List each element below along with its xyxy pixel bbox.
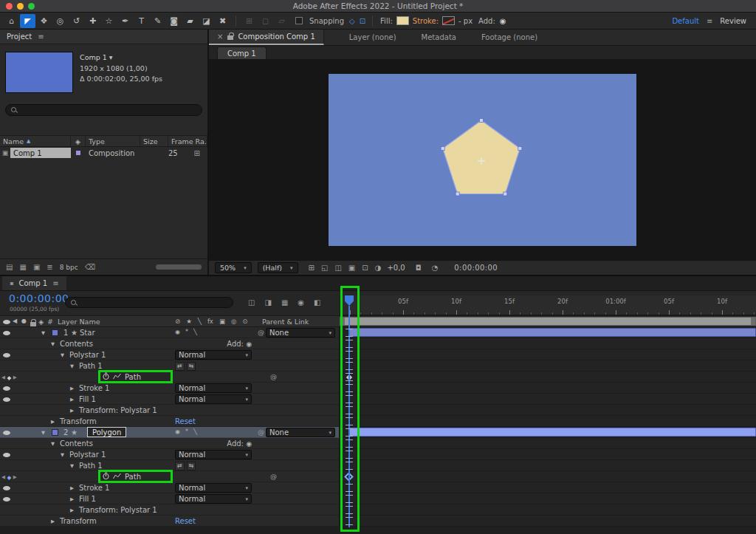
graph-editor-set-icon[interactable] bbox=[113, 373, 121, 381]
new-composition-icon[interactable]: ▣ bbox=[33, 263, 40, 271]
exposure-value[interactable]: +0,0 bbox=[387, 264, 405, 272]
stopwatch-icon[interactable] bbox=[103, 472, 109, 482]
twirl-open-icon[interactable]: ▼ bbox=[61, 452, 64, 458]
blend-mode-select[interactable]: Normal▾ bbox=[175, 383, 252, 393]
row-track[interactable] bbox=[340, 416, 756, 427]
interpret-footage-icon[interactable]: ▤ bbox=[6, 263, 13, 271]
trash-icon[interactable]: ⌫ bbox=[85, 263, 95, 271]
audio-column-icon[interactable]: ◀ bbox=[13, 318, 17, 324]
snap-option-1-icon[interactable]: ◇ bbox=[349, 17, 355, 25]
workspace-review-tab[interactable]: Review bbox=[720, 17, 746, 25]
path-direction-icon[interactable]: ⇄ bbox=[175, 462, 185, 470]
twirl-closed-icon[interactable]: ▶ bbox=[70, 408, 74, 414]
row-track[interactable] bbox=[340, 482, 756, 493]
path-direction-icon[interactable]: ⇆ bbox=[187, 462, 196, 470]
draft-3d-icon[interactable]: ◨ bbox=[264, 298, 271, 307]
number-column[interactable]: # bbox=[47, 318, 53, 326]
add-circle-icon[interactable]: ◉ bbox=[246, 340, 252, 348]
timeline-row-path[interactable]: ◀◆▶Path@ bbox=[0, 372, 756, 383]
timeline-row-transform-polystar-1[interactable]: ▶Transform: Polystar 1 bbox=[0, 504, 756, 516]
next-keyframe-icon[interactable]: ▶ bbox=[13, 374, 17, 380]
layer-color-swatch[interactable] bbox=[52, 329, 58, 336]
row-label[interactable]: Fill 1 bbox=[79, 395, 96, 403]
layer-duration-bar[interactable] bbox=[349, 428, 756, 437]
minimize-window-button[interactable] bbox=[17, 3, 24, 10]
layer-switch-icon[interactable]: ◉ bbox=[175, 329, 180, 335]
motion-blur-icon[interactable]: ◉ bbox=[298, 298, 304, 307]
reset-button[interactable]: Reset bbox=[175, 417, 196, 425]
graph-editor-icon[interactable]: ◧ bbox=[314, 298, 320, 307]
stroke-label[interactable]: Stroke: bbox=[413, 17, 439, 25]
layer-name-column[interactable]: Layer Name bbox=[58, 318, 100, 326]
path-direction-icon[interactable]: ⇄ bbox=[175, 362, 185, 371]
row-track[interactable] bbox=[340, 338, 756, 349]
eye-icon[interactable] bbox=[3, 353, 10, 357]
next-keyframe-icon[interactable]: ▶ bbox=[13, 474, 17, 480]
timeline-search-input[interactable] bbox=[65, 297, 233, 308]
timeline-row-polystar-1[interactable]: ▼Polystar 1Normal▾ bbox=[0, 349, 756, 360]
close-window-button[interactable] bbox=[6, 3, 13, 10]
twirl-open-icon[interactable]: ▼ bbox=[51, 441, 55, 447]
graph-editor-set-icon[interactable] bbox=[113, 473, 121, 481]
label-color-chip[interactable] bbox=[75, 150, 81, 156]
twirl-open-icon[interactable]: ▼ bbox=[70, 463, 74, 469]
sort-ascending-icon[interactable]: ▲ bbox=[27, 138, 30, 144]
row-label[interactable]: Stroke 1 bbox=[79, 384, 109, 392]
twirl-closed-icon[interactable]: ▶ bbox=[70, 507, 74, 513]
twirl-closed-icon[interactable]: ▶ bbox=[70, 485, 74, 491]
row-label[interactable]: Stroke 1 bbox=[79, 484, 109, 492]
parent-link-column[interactable]: Parent & Link bbox=[262, 318, 309, 326]
comp-viewer-subtab[interactable]: Comp 1 bbox=[217, 47, 267, 59]
type-tool[interactable]: T bbox=[134, 14, 149, 28]
tool-option-1[interactable]: ⊞ bbox=[241, 14, 257, 28]
workspace-default-tab[interactable]: Default bbox=[672, 17, 699, 25]
solo-column-icon[interactable]: ● bbox=[21, 318, 27, 324]
blend-mode-select[interactable]: Normal▾ bbox=[175, 483, 252, 493]
stroke-width-value[interactable]: - px bbox=[458, 17, 472, 25]
layer-name-box[interactable]: Polygon bbox=[87, 427, 126, 437]
roto-brush-tool[interactable]: ◪ bbox=[199, 14, 214, 28]
zoom-window-button[interactable] bbox=[28, 3, 35, 10]
video-column-icon[interactable] bbox=[3, 320, 10, 324]
timeline-row-stroke-1[interactable]: ▶Stroke 1Normal▾ bbox=[0, 482, 756, 493]
pick-whip-icon[interactable]: @ bbox=[258, 428, 264, 436]
caret-down-icon[interactable]: ▾ bbox=[109, 53, 113, 61]
row-label[interactable]: Contents bbox=[60, 439, 93, 448]
timeline-row-fill-1[interactable]: ▶Fill 1Normal▾ bbox=[0, 493, 756, 504]
stroke-color-swatch[interactable] bbox=[442, 16, 455, 25]
mask-visibility-icon[interactable]: ◱ bbox=[321, 264, 328, 272]
timeline-row-stroke-1[interactable]: ▶Stroke 1Normal▾ bbox=[0, 383, 756, 394]
hand-tool[interactable]: ❖ bbox=[36, 14, 52, 28]
layer-duration-bar[interactable] bbox=[349, 328, 756, 337]
item-name[interactable]: Comp 1 bbox=[80, 53, 107, 61]
row-label[interactable]: Transform: Polystar 1 bbox=[79, 506, 157, 514]
orbit-camera-tool[interactable]: ↺ bbox=[69, 14, 84, 28]
twirl-closed-icon[interactable]: ▶ bbox=[51, 518, 55, 524]
eye-icon[interactable] bbox=[3, 431, 10, 435]
current-time-indicator-line[interactable] bbox=[348, 306, 350, 527]
timeline-comp-tab[interactable]: ▪ Comp 1 ≡ bbox=[2, 276, 66, 290]
row-track[interactable] bbox=[340, 327, 756, 338]
row-track[interactable] bbox=[340, 471, 756, 482]
row-label[interactable]: Path 1 bbox=[79, 462, 103, 470]
path-direction-icon[interactable]: ⇆ bbox=[187, 362, 196, 371]
parent-link-select[interactable]: None▾ bbox=[266, 328, 335, 338]
reset-button[interactable]: Reset bbox=[175, 517, 196, 525]
layer-color-swatch[interactable] bbox=[52, 429, 58, 436]
tool-option-3[interactable]: ▱ bbox=[274, 14, 289, 28]
eye-icon[interactable] bbox=[3, 397, 10, 402]
zoom-tool[interactable]: ◎ bbox=[52, 14, 68, 28]
blend-mode-select[interactable]: Normal▾ bbox=[175, 450, 252, 459]
eye-icon[interactable] bbox=[3, 497, 10, 502]
twirl-open-icon[interactable]: ▼ bbox=[70, 363, 74, 369]
close-tab-icon[interactable]: × bbox=[217, 32, 223, 41]
viewer-tab-composition-comp-1[interactable]: ×Composition Comp 1 bbox=[209, 30, 324, 45]
work-area-bar[interactable] bbox=[340, 317, 756, 326]
fill-label[interactable]: Fill: bbox=[380, 17, 393, 25]
add-shape-property-icon[interactable]: ◉ bbox=[500, 17, 506, 25]
add-circle-icon[interactable]: ◉ bbox=[246, 440, 252, 448]
composition-network-icon[interactable]: ⊞ bbox=[194, 149, 200, 157]
blend-mode-select[interactable]: Normal▾ bbox=[175, 394, 252, 404]
timeline-row-polystar-1[interactable]: ▼Polystar 1Normal▾ bbox=[0, 449, 756, 460]
composition-thumbnail[interactable] bbox=[5, 52, 73, 93]
